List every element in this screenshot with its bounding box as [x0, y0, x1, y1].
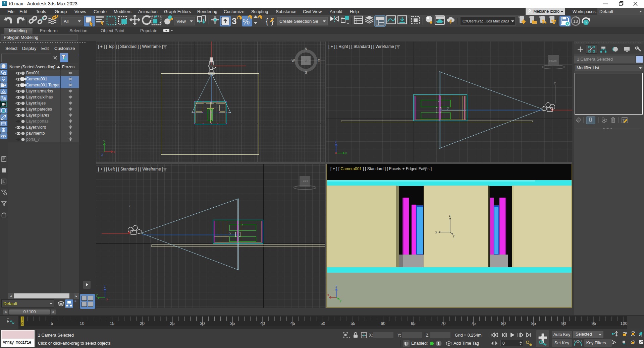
svg-text:60: 60	[381, 321, 385, 326]
svg-text:z: z	[554, 81, 556, 85]
svg-text:z: z	[335, 140, 337, 144]
svg-text:20: 20	[140, 321, 145, 326]
svg-text:3: 3	[232, 16, 236, 26]
svg-text:10: 10	[80, 321, 85, 326]
svg-text:25: 25	[170, 321, 175, 326]
svg-text:95: 95	[591, 321, 596, 326]
svg-text:y: y	[447, 106, 449, 110]
svg-text:C:\Users\Yac...3ds Max 2023: C:\Users\Yac...3ds Max 2023	[463, 19, 509, 23]
svg-text:y: y	[229, 231, 231, 235]
svg-text:S: S	[305, 71, 307, 74]
svg-text:z: z	[129, 204, 130, 208]
svg-text:5: 5	[51, 321, 53, 326]
svg-text:E: E	[318, 59, 320, 63]
svg-text:13: 13	[573, 19, 578, 24]
svg-text:x: x	[113, 150, 115, 154]
svg-text:55: 55	[351, 321, 355, 326]
svg-text:50: 50	[321, 321, 325, 326]
svg-text:40: 40	[260, 321, 265, 326]
svg-text:0: 0	[21, 322, 23, 326]
svg-text:x: x	[435, 230, 437, 234]
svg-text:75: 75	[471, 321, 476, 326]
svg-text:RIGHT: RIGHT	[549, 59, 558, 62]
svg-text:x: x	[327, 293, 329, 297]
svg-text:View: View	[176, 19, 186, 24]
svg-text:z: z	[101, 153, 103, 156]
svg-text:y: y	[103, 139, 105, 143]
svg-text:Create Selection Se: Create Selection Se	[279, 19, 318, 24]
svg-text:70: 70	[441, 321, 446, 326]
svg-text:z: z	[104, 285, 106, 288]
svg-text:85: 85	[531, 321, 536, 326]
svg-text:65: 65	[411, 321, 416, 326]
svg-text:90: 90	[561, 321, 566, 326]
svg-text:100: 100	[621, 321, 628, 326]
svg-text:35: 35	[230, 321, 235, 326]
svg-text:z: z	[438, 99, 440, 102]
svg-text:N: N	[305, 47, 307, 51]
svg-text:z: z	[241, 223, 243, 227]
svg-text:W: W	[291, 59, 295, 63]
svg-text:z: z	[449, 214, 450, 217]
svg-text:All: All	[64, 19, 69, 24]
svg-text:15: 15	[110, 321, 114, 326]
svg-text:y: y	[340, 299, 341, 302]
svg-text:TOP: TOP	[303, 59, 308, 62]
svg-text:80: 80	[501, 321, 506, 326]
svg-text:x: x	[106, 297, 108, 301]
svg-text:y: y	[96, 293, 98, 297]
svg-text:z: z	[335, 285, 337, 288]
svg-text:3: 3	[3, 2, 5, 5]
svg-text:30: 30	[200, 321, 205, 326]
svg-text:{: {	[266, 16, 268, 25]
svg-text:LEFT: LEFT	[302, 180, 308, 183]
svg-text:y: y	[453, 234, 454, 237]
svg-text:%: %	[243, 17, 250, 26]
svg-text:45: 45	[290, 321, 295, 326]
svg-text:y: y	[345, 151, 347, 155]
